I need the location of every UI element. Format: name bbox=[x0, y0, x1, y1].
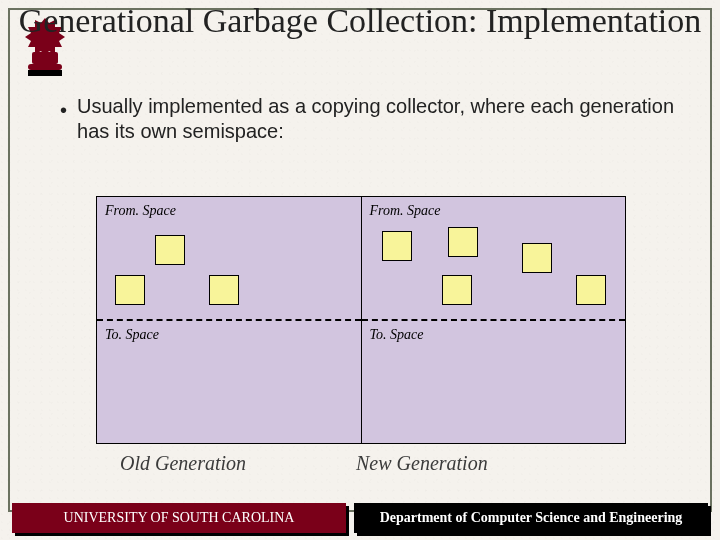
heap-block bbox=[442, 275, 472, 305]
semispace-divider bbox=[97, 319, 361, 321]
new-generation-column: From. Space To. Space bbox=[362, 197, 626, 443]
old-generation-caption: Old Generation bbox=[120, 452, 246, 475]
svg-rect-0 bbox=[32, 52, 58, 64]
slide-footer: UNIVERSITY OF SOUTH CAROLINA Department … bbox=[12, 503, 708, 533]
heap-block bbox=[382, 231, 412, 261]
new-generation-caption: New Generation bbox=[356, 452, 488, 475]
old-generation-column: From. Space To. Space bbox=[97, 197, 362, 443]
to-space-label: To. Space bbox=[105, 327, 159, 343]
svg-rect-2 bbox=[28, 70, 62, 76]
heap-block bbox=[155, 235, 185, 265]
from-space-label: From. Space bbox=[370, 203, 441, 219]
footer-right-group: Department of Computer Science and Engin… bbox=[354, 503, 708, 533]
semispace-diagram: From. Space To. Space From. Space To. Sp… bbox=[96, 196, 626, 444]
to-space-label: To. Space bbox=[370, 327, 424, 343]
heap-block bbox=[115, 275, 145, 305]
heap-block bbox=[209, 275, 239, 305]
body-content: • Usually implemented as a copying colle… bbox=[60, 94, 680, 144]
svg-rect-1 bbox=[28, 64, 62, 70]
bullet-item: • Usually implemented as a copying colle… bbox=[60, 94, 680, 144]
heap-block bbox=[448, 227, 478, 257]
department-name: Department of Computer Science and Engin… bbox=[354, 503, 708, 533]
heap-block bbox=[576, 275, 606, 305]
bullet-dot-icon: • bbox=[60, 94, 67, 144]
semispace-divider bbox=[362, 319, 626, 321]
slide-title: Generational Garbage Collection: Impleme… bbox=[0, 2, 720, 40]
university-name: UNIVERSITY OF SOUTH CAROLINA bbox=[12, 503, 346, 533]
from-space-label: From. Space bbox=[105, 203, 176, 219]
heap-block bbox=[522, 243, 552, 273]
footer-left-group: UNIVERSITY OF SOUTH CAROLINA bbox=[12, 503, 346, 533]
bullet-text: Usually implemented as a copying collect… bbox=[77, 94, 680, 144]
